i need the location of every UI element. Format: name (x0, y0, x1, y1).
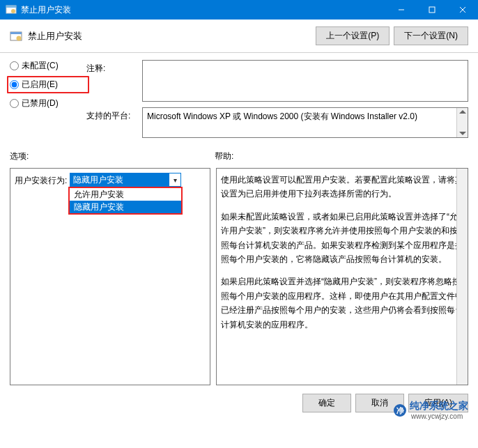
svg-rect-8 (10, 32, 22, 34)
policy-icon (10, 30, 22, 43)
chevron-down-icon: ▾ (169, 176, 180, 184)
options-panel: 用户安装行为: 隐藏用户安装 ▾ 允许用户安装 隐藏用户安装 (10, 168, 210, 385)
scrollbar[interactable] (456, 169, 468, 385)
watermark-brand: 纯净系统之家 (410, 400, 468, 412)
comment-label: 注释: (86, 60, 142, 102)
radio-enabled[interactable]: 已启用(E) (7, 76, 89, 93)
watermark: 净 纯净系统之家 www.ycwjzy.com (393, 400, 468, 420)
scrollbar[interactable] (456, 108, 468, 137)
help-heading: 帮助: (215, 150, 233, 162)
supported-label: 支持的平台: (86, 107, 142, 138)
next-setting-button[interactable]: 下一个设置(N) (394, 26, 468, 45)
prev-setting-button[interactable]: 上一个设置(P) (316, 26, 390, 45)
svg-text:净: 净 (396, 406, 404, 415)
minimize-button[interactable] (386, 0, 417, 20)
behavior-combobox[interactable]: 隐藏用户安装 ▾ (70, 173, 181, 187)
title-bar: 禁止用户安装 (0, 0, 478, 20)
behavior-label: 用户安装行为: (15, 173, 67, 187)
dropdown-option-allow[interactable]: 允许用户安装 (70, 188, 181, 201)
svg-point-9 (17, 36, 22, 40)
policy-state-radios: 未配置(C) 已启用(E) 已禁用(D) (10, 60, 86, 144)
help-text: 使用此策略设置可以配置用户安装。若要配置此策略设置，请将其设置为已启用并使用下拉… (221, 173, 463, 332)
options-heading: 选项: (10, 150, 215, 162)
watermark-logo-icon: 净 (393, 403, 407, 417)
watermark-url: www.ycwjzy.com (411, 412, 468, 420)
comment-textarea[interactable] (142, 60, 468, 102)
svg-point-2 (11, 9, 15, 13)
page-title: 禁止用户安装 (28, 30, 311, 43)
behavior-selected: 隐藏用户安装 (70, 173, 169, 186)
window-title: 禁止用户安装 (21, 4, 386, 16)
app-icon (6, 4, 17, 15)
supported-platform-box: Microsoft Windows XP 或 Windows 2000 (安装有… (142, 107, 468, 138)
radio-disabled[interactable]: 已禁用(D) (10, 98, 86, 109)
svg-rect-1 (6, 6, 16, 8)
behavior-dropdown: 允许用户安装 隐藏用户安装 (68, 187, 183, 215)
dropdown-option-hide[interactable]: 隐藏用户安装 (70, 201, 181, 213)
svg-rect-4 (429, 7, 435, 13)
supported-platform-text: Microsoft Windows XP 或 Windows 2000 (安装有… (147, 111, 417, 121)
maximize-button[interactable] (417, 0, 447, 20)
ok-button[interactable]: 确定 (302, 394, 351, 412)
help-panel: 使用此策略设置可以配置用户安装。若要配置此策略设置，请将其设置为已启用并使用下拉… (216, 168, 468, 385)
radio-not-configured[interactable]: 未配置(C) (10, 60, 86, 72)
close-button[interactable] (447, 0, 478, 20)
